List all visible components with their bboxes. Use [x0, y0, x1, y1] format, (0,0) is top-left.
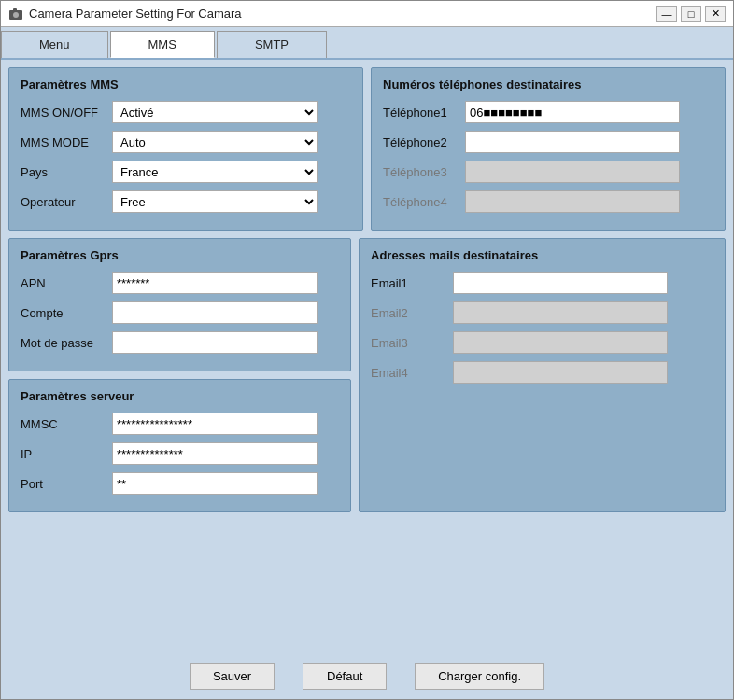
input-compte[interactable]: [112, 301, 318, 324]
server-params-panel: Paramètres serveur MMSC IP Port: [8, 379, 351, 512]
input-telephone4[interactable]: [465, 190, 680, 213]
select-operateur[interactable]: Free Orange SFR Bouygues: [112, 190, 318, 213]
form-row-email3: Email3: [371, 331, 713, 354]
form-row-motdepasse: Mot de passe: [21, 331, 339, 354]
label-pays: Pays: [21, 165, 105, 179]
label-tel3: Téléphone3: [383, 165, 458, 179]
label-tel4: Téléphone4: [383, 195, 458, 209]
gprs-params-title: Paramètres Gprs: [21, 248, 339, 262]
form-row-operateur: Operateur Free Orange SFR Bouygues: [21, 190, 351, 213]
save-button[interactable]: Sauver: [190, 663, 275, 690]
main-window: Camera Parameter Setting For Camara — □ …: [0, 0, 734, 700]
label-operateur: Operateur: [21, 195, 105, 209]
label-mmsc: MMSC: [21, 417, 105, 431]
svg-point-1: [13, 12, 19, 18]
label-email2: Email2: [371, 306, 445, 320]
close-button[interactable]: ✕: [705, 6, 726, 22]
tab-mms[interactable]: MMS: [110, 31, 215, 58]
left-col: Paramètres Gprs APN Compte Mot de passe: [8, 238, 351, 512]
title-controls: — □ ✕: [656, 6, 726, 22]
camera-icon: [8, 7, 23, 21]
select-mmsonoff[interactable]: Activé Désactivé: [112, 101, 318, 123]
label-email3: Email3: [371, 336, 445, 350]
minimize-button[interactable]: —: [656, 6, 677, 22]
form-row-mmsonoff: MMS ON/OFF Activé Désactivé: [21, 101, 351, 123]
label-email1: Email1: [371, 276, 445, 290]
mms-params-panel: Paramètres MMS MMS ON/OFF Activé Désacti…: [8, 67, 363, 231]
tab-bar: Menu MMS SMTP: [1, 27, 733, 60]
bottom-row: Paramètres Gprs APN Compte Mot de passe: [8, 238, 726, 512]
form-row-mmsc: MMSC: [21, 413, 339, 435]
label-port: Port: [21, 477, 105, 491]
title-bar-left: Camera Parameter Setting For Camara: [8, 7, 242, 21]
label-compte: Compte: [21, 306, 105, 320]
form-row-port: Port: [21, 472, 339, 495]
input-port[interactable]: [112, 472, 318, 495]
form-row-tel2: Téléphone2: [383, 131, 713, 153]
label-apn: APN: [21, 276, 105, 290]
form-row-pays: Pays France Belgique Suisse: [21, 161, 351, 183]
form-row-email1: Email1: [371, 272, 713, 294]
email-params-title: Adresses mails destinataires: [371, 248, 713, 262]
label-email4: Email4: [371, 366, 445, 380]
input-telephone1[interactable]: [465, 101, 680, 123]
window-title: Camera Parameter Setting For Camara: [29, 7, 242, 21]
default-button[interactable]: Défaut: [303, 663, 387, 690]
form-row-email2: Email2: [371, 301, 713, 324]
phone-params-panel: Numéros téléphones destinataires Télépho…: [371, 67, 726, 231]
input-telephone3[interactable]: [465, 161, 680, 183]
maximize-button[interactable]: □: [681, 6, 701, 22]
tab-menu[interactable]: Menu: [1, 31, 108, 58]
input-email3[interactable]: [453, 331, 668, 354]
gprs-params-panel: Paramètres Gprs APN Compte Mot de passe: [8, 238, 351, 371]
input-email1[interactable]: [453, 272, 668, 294]
label-tel2: Téléphone2: [383, 135, 458, 149]
phone-params-title: Numéros téléphones destinataires: [383, 77, 713, 91]
label-mmsmode: MMS MODE: [21, 135, 105, 149]
input-motdepasse[interactable]: [112, 331, 318, 354]
label-ip: IP: [21, 447, 105, 461]
input-telephone2[interactable]: [465, 131, 680, 153]
svg-rect-2: [13, 8, 17, 11]
top-row: Paramètres MMS MMS ON/OFF Activé Désacti…: [8, 67, 726, 231]
form-row-email4: Email4: [371, 361, 713, 384]
input-email2[interactable]: [453, 301, 668, 324]
bottom-bar: Sauver Défaut Charger config.: [1, 653, 733, 699]
input-apn[interactable]: [112, 272, 318, 294]
label-motdepasse: Mot de passe: [21, 336, 105, 350]
form-row-tel1: Téléphone1: [383, 101, 713, 123]
label-tel1: Téléphone1: [383, 105, 458, 119]
form-row-mmsmode: MMS MODE Auto Manuel: [21, 131, 351, 153]
content-area: Paramètres MMS MMS ON/OFF Activé Désacti…: [1, 60, 733, 653]
form-row-ip: IP: [21, 442, 339, 465]
form-row-tel3: Téléphone3: [383, 161, 713, 183]
input-email4[interactable]: [453, 361, 668, 384]
server-params-title: Paramètres serveur: [21, 389, 339, 403]
input-ip[interactable]: [112, 442, 318, 465]
input-mmsc[interactable]: [112, 413, 318, 435]
tab-smtp[interactable]: SMTP: [217, 31, 327, 58]
load-config-button[interactable]: Charger config.: [415, 663, 544, 690]
form-row-tel4: Téléphone4: [383, 190, 713, 213]
select-pays[interactable]: France Belgique Suisse: [112, 161, 318, 183]
email-params-panel: Adresses mails destinataires Email1 Emai…: [359, 238, 726, 512]
form-row-compte: Compte: [21, 301, 339, 324]
mms-params-title: Paramètres MMS: [21, 77, 351, 91]
title-bar: Camera Parameter Setting For Camara — □ …: [1, 1, 733, 27]
select-mmsmode[interactable]: Auto Manuel: [112, 131, 318, 153]
form-row-apn: APN: [21, 272, 339, 294]
label-mmsonoff: MMS ON/OFF: [21, 105, 105, 119]
